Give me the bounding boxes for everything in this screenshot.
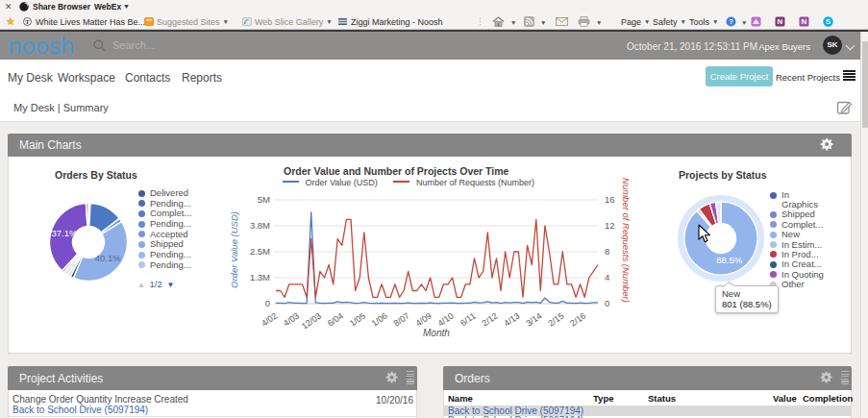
y-axis-title-left: Order Value (USD) (229, 211, 239, 288)
legend-dot-icon (770, 232, 777, 238)
nav-workspace[interactable]: Workspace (58, 71, 115, 85)
share-browser-icon (19, 2, 29, 12)
chevron-down-icon[interactable]: ▼ (596, 19, 602, 26)
legend-dot-icon (770, 251, 777, 258)
line-chart-legend: Order Value (USD) Number of Requests (Nu… (283, 178, 534, 187)
recent-projects-link[interactable]: Recent Projects (776, 71, 840, 84)
scrollbar-thumb[interactable] (862, 41, 868, 128)
legend-label: In Creat... (781, 258, 822, 269)
column-header-type[interactable]: Type (593, 393, 613, 405)
tooltip-title: New (722, 288, 772, 299)
read-mail-icon[interactable] (556, 17, 568, 26)
legend-label: Other (781, 279, 805, 289)
legend-dot-icon (138, 190, 145, 197)
tools-menu[interactable]: Tools▼ (689, 16, 718, 28)
legend-dot-icon (770, 241, 777, 248)
pager-down-icon[interactable]: ▼ (166, 281, 174, 289)
activity-project-link[interactable]: Back to School Drive (5097194) (12, 405, 148, 415)
skype-icon[interactable]: S (823, 16, 833, 27)
nav-reports[interactable]: Reports (182, 71, 222, 85)
favorite-suggested-sites[interactable]: Suggested Sites▼ (157, 16, 229, 28)
legend-label[interactable]: Number of Requests (Number) (416, 178, 534, 187)
panel-title: Project Activities (19, 372, 103, 385)
chart-tooltip: New 801 (88.5%) (715, 285, 779, 313)
primary-nav: My Desk Workspace Contacts Reports Creat… (0, 60, 868, 90)
legend-label: Shipped (150, 238, 184, 249)
legend-label: Accepted (150, 229, 188, 239)
gear-icon[interactable] (819, 137, 833, 152)
legend-label[interactable]: Order Value (USD) (306, 178, 378, 187)
column-header-status[interactable]: Status (648, 393, 676, 405)
safety-menu[interactable]: Safety▼ (653, 16, 686, 28)
legend-swatch-order-value (283, 181, 299, 183)
svg-text:N: N (778, 17, 783, 26)
search-icon[interactable] (93, 39, 106, 52)
y-axis-title-right: Number of Requests (Number) (621, 178, 632, 303)
addon-icon[interactable] (751, 16, 761, 27)
help-icon[interactable]: ? (726, 16, 736, 27)
legend-item[interactable]: InGraphics (770, 190, 830, 209)
edit-page-icon[interactable] (836, 99, 853, 115)
nav-contacts[interactable]: Contacts (125, 71, 170, 85)
legend-label: InGraphics (781, 189, 818, 209)
page-menu[interactable]: Page▼ (621, 16, 650, 28)
row-divider (9, 416, 416, 417)
svg-text:N: N (802, 17, 807, 26)
svg-text:?: ? (729, 17, 733, 26)
home-icon[interactable] (492, 16, 505, 27)
column-header-name[interactable]: Name (448, 393, 473, 405)
legend-dot-icon (138, 252, 145, 258)
tab-menu-webex[interactable]: WebEx (94, 1, 121, 12)
suggested-sites-icon (144, 17, 154, 26)
onenote-icon[interactable]: N (775, 16, 785, 27)
pager-page: 1/2 (150, 279, 162, 289)
favorite-ziggi-marketing[interactable]: Ziggi Marketing - Noosh (351, 16, 443, 28)
chevron-down-icon[interactable]: ▼ (540, 19, 546, 26)
chevron-down-icon[interactable]: ▼ (741, 19, 747, 26)
page-scrollbar[interactable] (860, 32, 868, 418)
avatar[interactable]: SK (823, 36, 842, 55)
gear-icon[interactable] (384, 371, 398, 384)
favorite-link[interactable]: White Lives Matter Has Be... (36, 16, 145, 28)
legend-label: Pending... (150, 249, 191, 259)
legend-dot-icon (770, 211, 777, 218)
print-icon[interactable] (578, 16, 590, 27)
pie1-title: Orders By Status (55, 169, 137, 181)
column-header-value[interactable]: Value (773, 393, 797, 405)
favorites-star-icon[interactable]: ★ (6, 15, 15, 28)
favorite-web-slice-gallery[interactable]: Web Slice Gallery▼ (255, 16, 333, 28)
drag-handle-icon[interactable] (841, 371, 849, 385)
close-icon[interactable]: ✕ (5, 1, 12, 12)
onenote-clip-icon[interactable]: N (799, 16, 809, 27)
gear-icon[interactable] (819, 371, 832, 384)
chevron-down-icon[interactable]: ▼ (510, 19, 516, 26)
chevron-down-icon: ▼ (326, 18, 332, 25)
legend-dot-icon (770, 192, 777, 199)
web-slice-icon (242, 17, 252, 26)
recent-projects-list-icon[interactable] (843, 70, 856, 81)
legend-dot-icon (770, 221, 777, 228)
table-row[interactable]: Back to School Drive (5097194) (444, 406, 851, 416)
create-project-button[interactable]: Create Project (706, 66, 773, 86)
breadcrumb[interactable]: My Desk | Summary (13, 102, 109, 114)
chevron-down-icon[interactable]: ▼ (123, 1, 130, 12)
legend-label: Pending... (150, 218, 191, 229)
legend-dot-icon (770, 261, 777, 268)
noosh-logo[interactable]: noosh (8, 35, 74, 58)
drag-handle-icon[interactable] (407, 371, 414, 385)
legend-dot-icon (138, 210, 145, 217)
column-header-completion[interactable]: Completion (803, 393, 853, 405)
activity-date: 10/20/16 (376, 395, 413, 406)
search-input[interactable]: Search... (112, 39, 155, 52)
nav-my-desk[interactable]: My Desk (8, 71, 53, 85)
order-link[interactable]: Back to School Drive (5097194) (448, 406, 583, 416)
legend-dot-icon (770, 271, 777, 278)
tab-title[interactable]: Share Browser (33, 1, 90, 12)
legend-item[interactable]: Other (770, 280, 830, 289)
chevron-down-icon: ▼ (223, 18, 229, 25)
pager-up-icon[interactable]: ▲ (137, 281, 145, 289)
breadcrumb-bar: My Desk | Summary (0, 90, 868, 122)
account-name[interactable]: Apex Buyers (758, 40, 810, 53)
legend-item[interactable]: Pending... (138, 260, 196, 271)
rss-feeds-icon[interactable] (524, 16, 534, 27)
